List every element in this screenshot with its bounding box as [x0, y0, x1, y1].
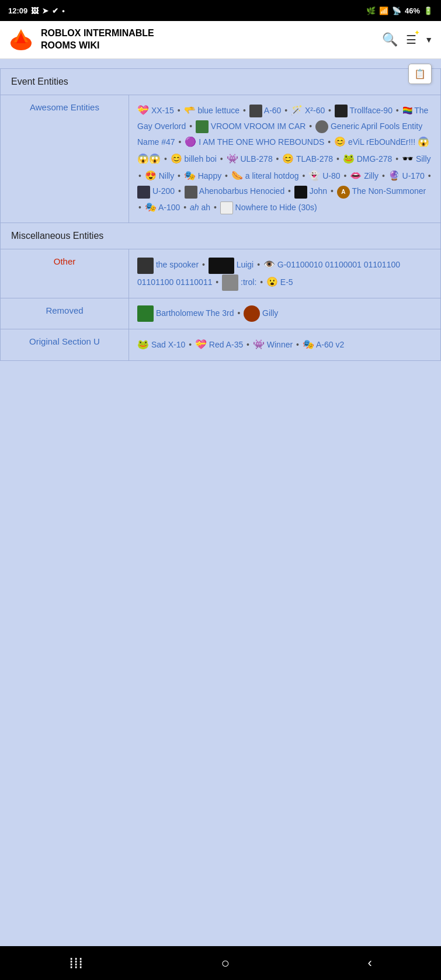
- app-logo[interactable]: [8, 27, 34, 53]
- original-section-u-content: 🐸 Sad X-10 • 💝 Red A-35 • 👾 Winner • 🎭 A…: [129, 329, 441, 360]
- awesome-entities-table: Awesome Entities 💝 XX-15 • 🫳 blue lettuc…: [0, 95, 441, 223]
- battery: 46%: [405, 6, 420, 15]
- toc-button[interactable]: 📋: [408, 64, 432, 84]
- other-row: Other the spooker • Luigi • 👁️ G-0110001…: [1, 249, 441, 298]
- site-title: ROBLOX INTERMINABLE ROOMS WIKI: [41, 27, 375, 52]
- bottom-hint: [0, 449, 441, 495]
- header-icons: 🔍 ☰ ✦ ▼: [382, 32, 433, 47]
- check-icon: ✔: [52, 6, 58, 15]
- removed-row: Removed Bartholomew The 3rd • Gilly: [1, 298, 441, 329]
- removed-content: Bartholomew The 3rd • Gilly: [129, 298, 441, 329]
- dropdown-icon[interactable]: ▼: [425, 35, 433, 44]
- signal-icon: 📡: [392, 6, 401, 15]
- menu-icon[interactable]: ☰ ✦: [406, 32, 416, 47]
- awesome-entities-row: Awesome Entities 💝 XX-15 • 🫳 blue lettuc…: [1, 95, 441, 223]
- original-section-u-row: Original Section U 🐸 Sad X-10 • 💝 Red A-…: [1, 329, 441, 360]
- status-left: 12:09 🖼 ➤ ✔ •: [8, 6, 65, 15]
- other-content: the spooker • Luigi • 👁️ G-01100010 0110…: [129, 249, 441, 298]
- event-entities-header: Event Entities: [0, 68, 441, 95]
- awesome-content-text: 💝 XX-15 • 🫳 blue lettuce • A-60 • 🪄 X²-6…: [137, 106, 432, 212]
- search-icon[interactable]: 🔍: [382, 32, 398, 47]
- removed-label: Removed: [1, 298, 129, 329]
- main-content: Event Entities Awesome Entities 💝 XX-15 …: [0, 68, 441, 495]
- leaf-icon: 🌿: [366, 6, 376, 15]
- time: 12:09: [8, 6, 27, 15]
- gallery-icon: 🖼: [31, 6, 39, 15]
- misc-entities-table: Other the spooker • Luigi • 👁️ G-0110001…: [0, 249, 441, 360]
- wifi-icon: 📶: [379, 6, 388, 15]
- other-label: Other: [1, 249, 129, 298]
- header: ROBLOX INTERMINABLE ROOMS WIKI 🔍 ☰ ✦ ▼: [0, 21, 441, 59]
- awesome-entities-label: Awesome Entities: [1, 95, 129, 223]
- original-section-u-label: Original Section U: [1, 329, 129, 360]
- misc-entities-header: Miscellaneous Entities: [0, 223, 441, 249]
- awesome-entities-content: 💝 XX-15 • 🫳 blue lettuce • A-60 • 🪄 X²-6…: [129, 95, 441, 223]
- status-bar: 12:09 🖼 ➤ ✔ • 🌿 📶 📡 46% 🔋: [0, 0, 441, 21]
- dot-icon: •: [62, 6, 65, 15]
- status-right: 🌿 📶 📡 46% 🔋: [366, 6, 433, 15]
- battery-icon: 🔋: [423, 6, 433, 15]
- navigation-icon: ➤: [42, 6, 48, 15]
